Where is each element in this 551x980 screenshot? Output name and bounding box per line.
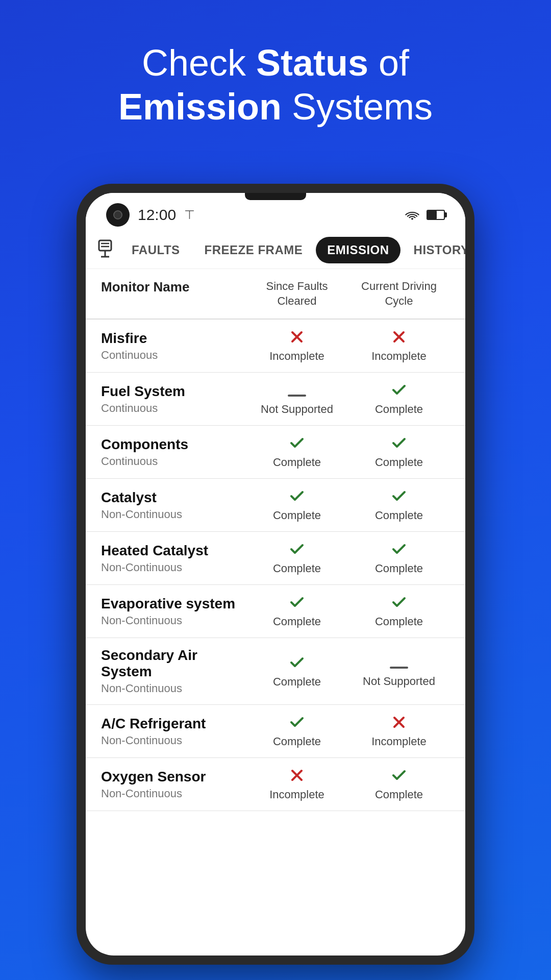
current-status-icon: [390, 654, 408, 673]
tab-emission[interactable]: Emission: [316, 237, 400, 263]
phone-screen: 12:00 ⊤: [86, 193, 465, 955]
hero-header: Check Status of Emission Systems: [0, 0, 551, 150]
since-status-icon: [289, 714, 305, 733]
monitor-name: Catalyst: [101, 489, 246, 506]
current-cycle-cell: Not Supported: [348, 654, 450, 688]
monitor-info: Secondary Air System Non-Continuous: [101, 647, 246, 695]
monitor-type: Non-Continuous: [101, 561, 246, 574]
table-rows: Misfire Continuous Incomplete Incomplete…: [86, 320, 465, 811]
current-status-label: Incomplete: [371, 735, 427, 748]
since-faults-cell: Complete: [246, 714, 348, 748]
current-cycle-cell: Incomplete: [348, 714, 450, 748]
since-status-label: Incomplete: [269, 350, 324, 363]
header-current-cycle: Current Driving Cycle: [348, 279, 450, 308]
phone-frame: 12:00 ⊤: [77, 184, 474, 965]
status-time: 12:00: [138, 206, 176, 224]
camera-icon: [106, 203, 130, 227]
since-faults-cell: Complete: [246, 594, 348, 628]
current-cycle-cell: Incomplete: [348, 329, 450, 363]
current-status-label: Complete: [375, 615, 423, 628]
monitor-type: Non-Continuous: [101, 787, 246, 800]
table-row: Catalyst Non-Continuous Complete Complet…: [86, 479, 465, 532]
current-status-icon: [391, 767, 407, 786]
table-row: Fuel System Continuous Not Supported Com…: [86, 373, 465, 426]
since-status-icon: [289, 767, 305, 786]
since-faults-cell: Complete: [246, 541, 348, 575]
battery-fill: [428, 211, 437, 219]
nav-tabs: Faults Freeze Frame Emission History: [86, 232, 465, 269]
wifi-icon: [404, 209, 420, 221]
phone-notch: [245, 193, 306, 200]
since-status-label: Complete: [273, 735, 321, 748]
status-left: 12:00 ⊤: [106, 203, 195, 227]
monitor-info: A/C Refrigerant Non-Continuous: [101, 716, 246, 747]
since-status-label: Complete: [273, 675, 321, 689]
monitor-type: Non-Continuous: [101, 614, 246, 627]
header-since-faults: Since Faults Cleared: [246, 279, 348, 308]
since-faults-cell: Complete: [246, 654, 348, 689]
svg-rect-0: [99, 240, 111, 251]
tab-freeze-frame[interactable]: Freeze Frame: [193, 237, 314, 263]
table-row: Secondary Air System Non-Continuous Comp…: [86, 638, 465, 705]
table-row: Heated Catalyst Non-Continuous Complete …: [86, 532, 465, 585]
monitor-info: Evaporative system Non-Continuous: [101, 596, 246, 627]
since-status-icon: [289, 541, 305, 560]
current-status-icon: [391, 714, 407, 733]
current-status-icon: [391, 329, 407, 348]
status-right: [404, 209, 445, 221]
table-header: Monitor Name Since Faults Cleared Curren…: [86, 269, 465, 320]
current-status-label: Complete: [375, 788, 423, 801]
monitor-type: Non-Continuous: [101, 682, 246, 695]
current-cycle-cell: Complete: [348, 767, 450, 801]
monitor-name: Secondary Air System: [101, 647, 246, 680]
current-status-icon: [391, 488, 407, 507]
table-row: Misfire Continuous Incomplete Incomplete: [86, 320, 465, 373]
since-status-label: Not Supported: [261, 403, 333, 416]
current-status-label: Not Supported: [363, 675, 435, 688]
header-monitor-name: Monitor Name: [101, 279, 246, 308]
header-line2: Emission Systems: [118, 86, 433, 127]
since-status-icon: [289, 594, 305, 613]
monitor-name: Evaporative system: [101, 596, 246, 612]
current-status-icon: [391, 594, 407, 613]
table-row: Components Continuous Complete Complete: [86, 426, 465, 479]
since-faults-cell: Not Supported: [246, 382, 348, 416]
current-status-icon: [391, 541, 407, 560]
since-status-icon: [289, 329, 305, 348]
since-faults-cell: Complete: [246, 435, 348, 469]
monitor-name: A/C Refrigerant: [101, 716, 246, 732]
monitor-info: Oxygen Sensor Non-Continuous: [101, 769, 246, 800]
monitor-info: Catalyst Non-Continuous: [101, 489, 246, 521]
since-status-label: Complete: [273, 509, 321, 522]
current-cycle-cell: Complete: [348, 435, 450, 469]
emission-table: Monitor Name Since Faults Cleared Curren…: [86, 269, 465, 955]
current-status-label: Complete: [375, 403, 423, 416]
tab-faults[interactable]: Faults: [120, 237, 191, 263]
since-status-label: Incomplete: [269, 788, 324, 801]
since-faults-cell: Complete: [246, 488, 348, 522]
since-status-icon: [289, 435, 305, 454]
since-faults-cell: Incomplete: [246, 329, 348, 363]
since-faults-cell: Incomplete: [246, 767, 348, 801]
monitor-info: Heated Catalyst Non-Continuous: [101, 543, 246, 574]
tab-history[interactable]: History: [403, 237, 465, 263]
camera-lens: [113, 210, 122, 219]
table-row: A/C Refrigerant Non-Continuous Complete …: [86, 705, 465, 758]
monitor-name: Components: [101, 436, 246, 453]
obd-icon: [96, 239, 114, 261]
since-status-label: Complete: [273, 615, 321, 628]
monitor-name: Fuel System: [101, 383, 246, 400]
monitor-type: Non-Continuous: [101, 734, 246, 747]
signal-icon: ⊤: [184, 208, 195, 222]
current-status-icon: [391, 382, 407, 401]
since-status-label: Complete: [273, 456, 321, 469]
since-status-icon: [289, 654, 305, 673]
current-status-label: Complete: [375, 456, 423, 469]
current-cycle-cell: Complete: [348, 541, 450, 575]
svg-rect-5: [288, 395, 306, 397]
current-cycle-cell: Complete: [348, 488, 450, 522]
monitor-name: Oxygen Sensor: [101, 769, 246, 785]
current-status-label: Complete: [375, 509, 423, 522]
monitor-type: Continuous: [101, 402, 246, 415]
current-status-label: Incomplete: [371, 350, 427, 363]
